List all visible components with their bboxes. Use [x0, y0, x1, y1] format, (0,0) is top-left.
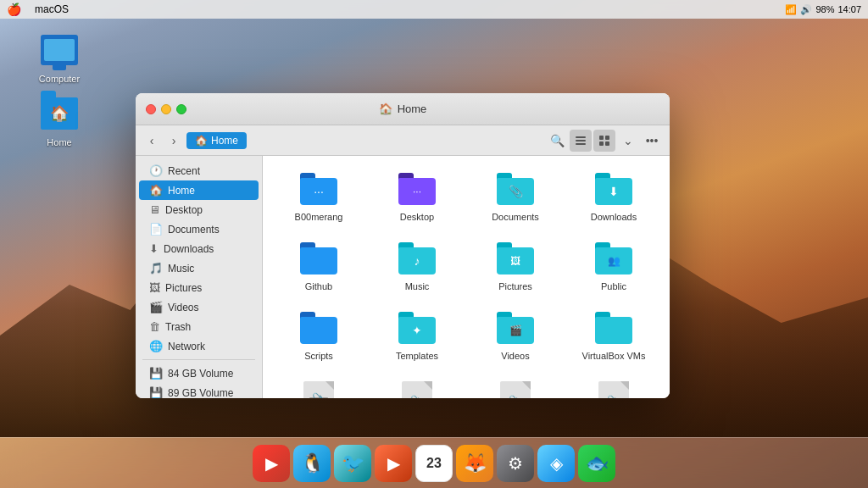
dock-item-calendar[interactable]: 23 — [415, 445, 453, 482]
menubar-left: 🍎 macOS — [7, 3, 69, 16]
menubar: 🍎 macOS 📶 🔊 98% 14:07 — [0, 0, 868, 19]
sidebar-vol2-label: 89 GB Volume — [168, 387, 233, 399]
sidebar-recent-label: Recent — [168, 165, 200, 177]
file-item-desktop[interactable]: ··· Desktop — [371, 166, 463, 229]
sidebar-item-trash[interactable]: 🗑 Trash — [139, 317, 259, 336]
file-grid: ··· B00merang ··· — [273, 166, 659, 398]
cube-icon: ◈ — [550, 453, 563, 474]
scripts-name: Scripts — [304, 351, 333, 361]
adobe-icon: 📎 — [298, 381, 339, 398]
file-item-scripts[interactable]: Scripts — [273, 305, 364, 368]
public-name: Public — [601, 281, 626, 291]
dock-item-cube[interactable]: ◈ — [537, 445, 575, 482]
more-button[interactable]: ••• — [641, 130, 663, 152]
media2-icon: ▶ — [387, 453, 400, 474]
dock-item-media[interactable]: ▶ — [253, 445, 290, 482]
dock: ▶ 🐧 🐦 ▶ 23 🦊 ⚙ ◈ 🐟 — [0, 437, 868, 488]
dock-item-settings[interactable]: ⚙ — [497, 445, 534, 482]
sidebar-item-network[interactable]: 🌐 Network — [139, 336, 259, 356]
svg-rect-1 — [576, 140, 586, 141]
file-item-downloads[interactable]: ⬇ Downloads — [568, 166, 659, 229]
file-item-boomerang[interactable]: ··· B00merang — [273, 166, 364, 229]
file-item-adobe[interactable]: 📎 .adobe — [273, 374, 364, 398]
sidebar-item-home[interactable]: 🏠 Home — [139, 180, 259, 200]
templates-name: Templates — [396, 351, 438, 361]
apple-menu[interactable]: 🍎 — [7, 3, 21, 16]
maximize-button[interactable] — [176, 104, 186, 114]
videos-file-icon: 🎬 — [495, 312, 536, 347]
file-item-github[interactable]: Github — [273, 236, 364, 298]
svg-rect-0 — [576, 136, 586, 138]
boomerang-icon: ··· — [298, 173, 339, 208]
desktop-icon: 🖥 — [149, 203, 160, 216]
home-icon: 🏠 — [149, 184, 163, 197]
scripts-icon — [298, 312, 339, 347]
file-item-virtualbox[interactable]: VirtualBox VMs — [568, 305, 659, 368]
grid-view-button[interactable] — [593, 130, 615, 152]
file-item-videos[interactable]: 🎬 Videos — [470, 305, 561, 368]
desktop-icon-home[interactable]: 🏠 Home — [25, 93, 93, 147]
sidebar-item-vol1[interactable]: 💾 84 GB Volume — [139, 363, 259, 383]
bird-icon: 🐦 — [342, 452, 364, 474]
dock-item-firefox[interactable]: 🦊 — [456, 445, 493, 482]
sidebar-desktop-label: Desktop — [165, 204, 203, 216]
downloads-file-name: Downloads — [591, 212, 637, 222]
file-item-bash-logout[interactable]: 📎 .bash_logout — [568, 374, 659, 398]
dock-item-fish[interactable]: 🐟 — [578, 445, 615, 482]
home-icon-label: Home — [25, 137, 93, 147]
sidebar-videos-label: Videos — [168, 302, 198, 313]
music-icon: 🎵 — [149, 262, 163, 274]
titlebar: 🏠 Home — [136, 93, 670, 125]
media-icon: ▶ — [265, 453, 278, 474]
app-name[interactable]: macOS — [35, 3, 69, 15]
file-item-music[interactable]: ♪ Music — [371, 236, 463, 298]
home-icon-img: 🏠 — [39, 93, 80, 134]
trash-icon: 🗑 — [149, 320, 160, 333]
location-text: Home — [211, 135, 238, 147]
wifi-icon: 📶 — [785, 4, 797, 15]
bash-aliases-icon: 📎 — [397, 381, 437, 398]
volume-icon: 🔊 — [800, 4, 812, 15]
file-item-templates[interactable]: ✦ Templates — [371, 305, 463, 368]
dock-item-media2[interactable]: ▶ — [375, 445, 412, 482]
svg-rect-6 — [605, 141, 609, 146]
forward-button[interactable]: › — [164, 131, 183, 150]
location-badge[interactable]: 🏠 Home — [186, 132, 247, 149]
file-item-documents[interactable]: 📎 Documents — [470, 166, 561, 229]
pictures-file-name: Pictures — [498, 281, 532, 291]
minimize-button[interactable] — [161, 104, 171, 114]
fish-icon: 🐟 — [586, 452, 609, 474]
sidebar-item-music[interactable]: 🎵 Music — [139, 258, 259, 278]
network-icon: 🌐 — [149, 340, 163, 352]
music-file-name: Music — [405, 281, 430, 291]
sort-button[interactable]: ⌄ — [617, 130, 639, 152]
sidebar-item-vol2[interactable]: 💾 89 GB Volume — [139, 383, 259, 398]
desktop-icon-computer[interactable]: Computer — [25, 30, 93, 84]
documents-file-name: Documents — [492, 212, 539, 222]
toolbar-right: 🔍 ⌄ ••• — [546, 130, 663, 152]
file-item-bash-history[interactable]: 📎 .bash_history — [470, 374, 561, 398]
public-icon: 👥 — [593, 242, 634, 278]
close-button[interactable] — [146, 104, 156, 114]
back-button[interactable]: ‹ — [142, 131, 161, 150]
file-item-public[interactable]: 👥 Public — [568, 236, 659, 298]
svg-rect-5 — [599, 141, 604, 146]
dock-item-mascot[interactable]: 🐧 — [293, 445, 331, 482]
vol1-icon: 💾 — [149, 367, 163, 380]
sidebar-item-documents[interactable]: 📄 Documents — [139, 219, 259, 239]
sidebar-item-videos[interactable]: 🎬 Videos — [139, 297, 259, 317]
sidebar-item-desktop[interactable]: 🖥 Desktop — [139, 200, 259, 219]
dock-item-bird[interactable]: 🐦 — [334, 445, 371, 482]
github-icon — [298, 242, 339, 278]
search-button[interactable]: 🔍 — [546, 130, 568, 152]
file-item-pictures[interactable]: 🖼 Pictures — [470, 236, 561, 298]
desktop: 🍎 macOS 📶 🔊 98% 14:07 Computer 🏠 Home — [0, 0, 868, 488]
vol2-icon: 💾 — [149, 386, 163, 398]
downloads-file-icon: ⬇ — [593, 173, 634, 208]
file-item-bash-aliases[interactable]: 📎 .bash_aliases — [371, 374, 463, 398]
sidebar-item-pictures[interactable]: 🖼 Pictures — [139, 278, 259, 297]
list-view-button[interactable] — [570, 130, 592, 152]
sidebar-item-downloads[interactable]: ⬇ Downloads — [139, 239, 259, 258]
svg-rect-3 — [599, 136, 604, 140]
sidebar-item-recent[interactable]: 🕐 Recent — [139, 161, 259, 180]
